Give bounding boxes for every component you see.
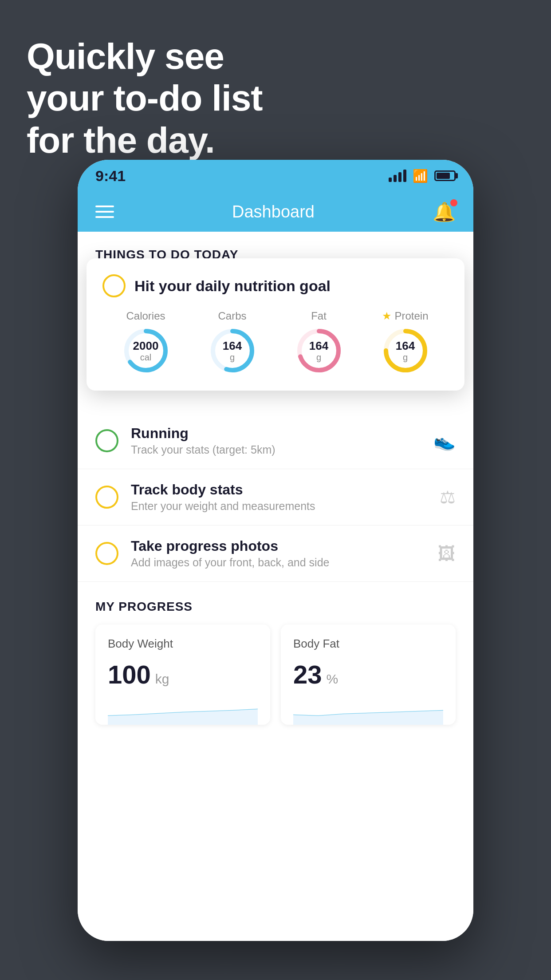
protein-label: ★ Protein	[382, 310, 428, 322]
body-fat-value-group: 23 %	[293, 660, 443, 689]
body-fat-unit: %	[327, 672, 338, 687]
fat-unit: g	[309, 352, 328, 362]
photos-text: Take progress photos Add images of your …	[131, 538, 425, 569]
nav-title: Dashboard	[232, 202, 315, 221]
notification-button[interactable]: 🔔	[433, 201, 456, 223]
protein-ring: 164 g	[382, 327, 429, 375]
phone-frame: 9:41 📶 Dashboard 🔔 TH	[78, 160, 473, 941]
body-stats-text: Track body stats Enter your weight and m…	[131, 482, 427, 513]
photo-icon: 🖼	[438, 544, 456, 564]
status-icons: 📶	[389, 169, 456, 183]
progress-header: MY PROGRESS	[95, 600, 456, 614]
running-name: Running	[131, 425, 421, 442]
list-item[interactable]: Take progress photos Add images of your …	[78, 526, 473, 582]
nav-bar: Dashboard 🔔	[78, 192, 473, 232]
main-content: THINGS TO DO TODAY Hit your daily nutrit…	[78, 232, 473, 941]
battery-icon	[434, 170, 456, 181]
notification-badge	[450, 199, 457, 206]
nutrition-card-header: Hit your daily nutrition goal	[102, 274, 449, 297]
body-stats-checkbox[interactable]	[95, 486, 118, 509]
wifi-icon: 📶	[413, 169, 428, 183]
progress-section: MY PROGRESS Body Weight 100 kg	[78, 600, 473, 725]
nutrition-item-carbs: Carbs 164 g	[209, 310, 256, 375]
nutrition-card[interactable]: Hit your daily nutrition goal Calories 2…	[87, 258, 464, 391]
fat-value: 164	[309, 340, 328, 352]
running-icon: 👟	[433, 431, 456, 451]
scale-icon: ⚖	[440, 487, 456, 507]
running-checkbox[interactable]	[95, 429, 118, 452]
body-weight-value-group: 100 kg	[108, 660, 258, 689]
nutrition-circles: Calories 2000 cal Carbs	[102, 310, 449, 375]
nutrition-item-calories: Calories 2000 cal	[122, 310, 170, 375]
nutrition-checkbox[interactable]	[102, 274, 126, 297]
headline: Quickly see your to-do list for the day.	[27, 36, 263, 161]
body-fat-number: 23	[293, 660, 322, 689]
body-fat-chart	[293, 698, 443, 725]
running-sub: Track your stats (target: 5km)	[131, 443, 421, 456]
body-stats-sub: Enter your weight and measurements	[131, 500, 427, 513]
carbs-label: Carbs	[218, 310, 246, 322]
calories-value: 2000	[133, 340, 159, 352]
protein-value: 164	[396, 340, 415, 352]
list-item[interactable]: Track body stats Enter your weight and m…	[78, 469, 473, 526]
photos-name: Take progress photos	[131, 538, 425, 554]
menu-button[interactable]	[95, 205, 114, 218]
calories-label: Calories	[126, 310, 165, 322]
calories-unit: cal	[133, 352, 159, 362]
star-icon: ★	[382, 310, 392, 322]
fat-label: Fat	[311, 310, 327, 322]
signal-icon	[389, 170, 406, 182]
carbs-ring: 164 g	[209, 327, 256, 375]
body-stats-name: Track body stats	[131, 482, 427, 498]
photos-checkbox[interactable]	[95, 542, 118, 565]
body-weight-unit: kg	[155, 672, 169, 687]
body-fat-title: Body Fat	[293, 637, 443, 651]
body-weight-title: Body Weight	[108, 637, 258, 651]
body-weight-card[interactable]: Body Weight 100 kg	[95, 624, 270, 725]
carbs-value: 164	[223, 340, 242, 352]
fat-ring: 164 g	[295, 327, 343, 375]
protein-unit: g	[396, 352, 415, 362]
running-text: Running Track your stats (target: 5km)	[131, 425, 421, 456]
nutrition-item-protein: ★ Protein 164 g	[382, 310, 429, 375]
body-fat-card[interactable]: Body Fat 23 %	[281, 624, 456, 725]
carbs-unit: g	[223, 352, 242, 362]
progress-cards: Body Weight 100 kg Body Fat	[95, 624, 456, 725]
body-weight-number: 100	[108, 660, 151, 689]
status-time: 9:41	[95, 167, 126, 185]
calories-ring: 2000 cal	[122, 327, 170, 375]
status-bar: 9:41 📶	[78, 160, 473, 192]
todo-list: Running Track your stats (target: 5km) 👟…	[78, 413, 473, 582]
nutrition-item-fat: Fat 164 g	[295, 310, 343, 375]
list-item[interactable]: Running Track your stats (target: 5km) 👟	[78, 413, 473, 469]
nutrition-card-title: Hit your daily nutrition goal	[134, 277, 331, 295]
body-weight-chart	[108, 698, 258, 725]
photos-sub: Add images of your front, back, and side	[131, 556, 425, 569]
